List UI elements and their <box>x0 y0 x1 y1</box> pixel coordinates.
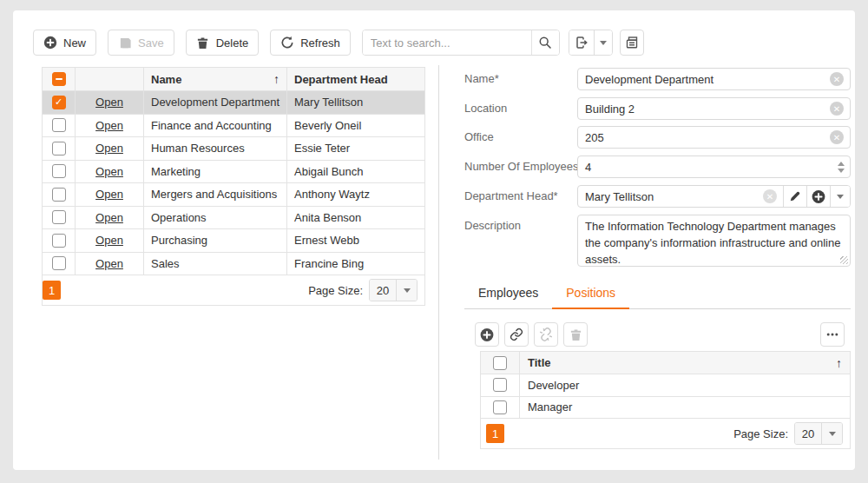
location-field-label: Location <box>464 97 577 120</box>
positions-select-all-cell[interactable] <box>481 352 520 374</box>
tab-positions[interactable]: Positions <box>552 281 629 309</box>
open-link[interactable]: Open <box>95 119 123 132</box>
name-column-label: Name <box>151 73 181 86</box>
resize-grip-icon[interactable] <box>840 256 848 264</box>
title-cell: Manager <box>520 397 850 419</box>
row-checkbox[interactable] <box>52 256 66 270</box>
form-row-head: Department Head* Mary Tellitson ✕ <box>464 185 851 208</box>
open-link[interactable]: Open <box>95 257 123 270</box>
table-row[interactable]: Open Marketing Abigail Bunch <box>43 160 424 183</box>
employees-field-label: Number Of Employees <box>464 155 577 178</box>
clear-icon[interactable]: ✕ <box>830 130 844 144</box>
refresh-button-label: Refresh <box>300 36 340 50</box>
open-link[interactable]: Open <box>95 96 123 109</box>
page-size-caret-button[interactable] <box>821 423 842 444</box>
open-link[interactable]: Open <box>95 211 123 224</box>
select-all-checkbox[interactable] <box>52 72 66 86</box>
head-cell: Beverly Oneil <box>287 115 424 137</box>
department-head-column-header[interactable]: Department Head <box>287 68 424 90</box>
page-size-select[interactable]: 20 <box>794 422 843 445</box>
unlink-button[interactable] <box>534 322 558 347</box>
open-link[interactable]: Open <box>95 234 123 247</box>
table-row[interactable]: Open Purchasing Ernest Webb <box>43 228 424 252</box>
row-checkbox[interactable] <box>52 234 66 248</box>
search-button[interactable] <box>531 30 559 55</box>
description-textarea[interactable]: The Information Technology Department ma… <box>577 215 851 267</box>
clear-icon[interactable]: ✕ <box>763 189 777 203</box>
table-row[interactable]: Open Mergers and Acquisitions Anthony Wa… <box>43 182 424 206</box>
clear-icon[interactable]: ✕ <box>830 72 844 86</box>
name-column-header[interactable]: Name ↑ <box>144 68 287 90</box>
table-row[interactable]: Manager <box>481 397 850 420</box>
row-checkbox[interactable] <box>52 118 66 132</box>
add-position-button[interactable] <box>475 322 499 347</box>
more-options-button[interactable] <box>820 322 845 347</box>
search-input[interactable] <box>363 30 531 55</box>
export-split-button <box>569 30 613 56</box>
new-button[interactable]: New <box>33 30 96 56</box>
open-link[interactable]: Open <box>95 142 123 155</box>
row-checkbox[interactable] <box>493 378 507 392</box>
add-button[interactable] <box>806 186 830 207</box>
table-row[interactable]: ✓ Open Development Department Mary Telli… <box>43 90 424 114</box>
spin-up-icon[interactable] <box>838 162 845 166</box>
form-row-office: Office 205 ✕ <box>464 126 851 149</box>
delete-position-button[interactable] <box>563 322 588 347</box>
link-button[interactable] <box>504 322 529 347</box>
plus-circle-icon <box>480 328 494 341</box>
row-checkbox[interactable] <box>52 164 66 178</box>
select-all-header-cell[interactable] <box>43 68 76 90</box>
department-head-field[interactable]: Mary Tellitson ✕ <box>577 185 851 208</box>
office-field[interactable]: 205 ✕ <box>577 126 851 149</box>
name-cell: Purchasing <box>144 229 287 252</box>
panel-splitter[interactable] <box>438 65 439 460</box>
export-button[interactable] <box>569 30 594 55</box>
master-grid-pager: 1 Page Size: 20 <box>43 275 424 305</box>
tab-employees[interactable]: Employees <box>464 281 552 309</box>
open-link[interactable]: Open <box>95 188 123 201</box>
export-icon <box>575 36 589 50</box>
row-checkbox[interactable] <box>52 210 66 224</box>
dropdown-button[interactable] <box>830 186 850 207</box>
save-button[interactable]: Save <box>108 30 174 56</box>
page-1-button[interactable]: 1 <box>486 424 504 443</box>
row-checkbox[interactable] <box>493 400 507 414</box>
edit-button[interactable] <box>783 186 806 207</box>
detail-tabs: Employees Positions <box>464 281 851 309</box>
grid-header-row: Name ↑ Department Head <box>43 67 424 90</box>
page-size-label: Page Size: <box>308 284 363 297</box>
table-row[interactable]: Open Finance and Accounting Beverly Onei… <box>43 114 424 137</box>
name-cell: Development Department <box>144 91 287 114</box>
table-row[interactable]: Open Operations Anita Benson <box>43 206 424 229</box>
column-chooser-button[interactable] <box>620 30 644 56</box>
name-cell: Human Resources <box>144 137 287 160</box>
positions-header-row: Title ↑ <box>481 352 850 374</box>
row-checkbox[interactable] <box>52 142 66 155</box>
page-size-caret-button[interactable] <box>396 280 417 301</box>
table-row[interactable]: Open Human Resources Essie Teter <box>43 136 424 160</box>
page-1-button[interactable]: 1 <box>43 281 61 300</box>
clear-icon[interactable]: ✕ <box>830 102 844 116</box>
table-row[interactable]: Open Sales Francine Bing <box>43 252 424 275</box>
department-head-column-label: Department Head <box>294 73 388 86</box>
plus-circle-icon <box>43 36 57 50</box>
table-row[interactable]: Developer <box>481 374 850 397</box>
location-field[interactable]: Building 2 ✕ <box>577 97 851 120</box>
head-field-label: Department Head* <box>464 185 577 208</box>
employees-field-value: 4 <box>578 161 832 174</box>
number-of-employees-stepper[interactable]: 4 <box>577 155 851 178</box>
row-checkbox[interactable] <box>52 188 66 202</box>
open-link[interactable]: Open <box>95 165 123 178</box>
spin-down-icon[interactable] <box>838 169 845 173</box>
refresh-button[interactable]: Refresh <box>270 30 351 56</box>
page-size-select[interactable]: 20 <box>369 279 418 301</box>
select-all-checkbox[interactable] <box>493 356 507 370</box>
spinner-buttons[interactable] <box>832 156 850 177</box>
delete-button[interactable]: Delete <box>186 30 260 56</box>
name-field[interactable]: Development Department ✕ <box>577 68 851 90</box>
form-row-location: Location Building 2 ✕ <box>464 97 851 120</box>
export-options-button[interactable] <box>594 30 612 55</box>
location-field-value: Building 2 <box>578 103 830 116</box>
row-checkbox[interactable]: ✓ <box>52 96 66 109</box>
title-column-header[interactable]: Title ↑ <box>520 352 850 374</box>
